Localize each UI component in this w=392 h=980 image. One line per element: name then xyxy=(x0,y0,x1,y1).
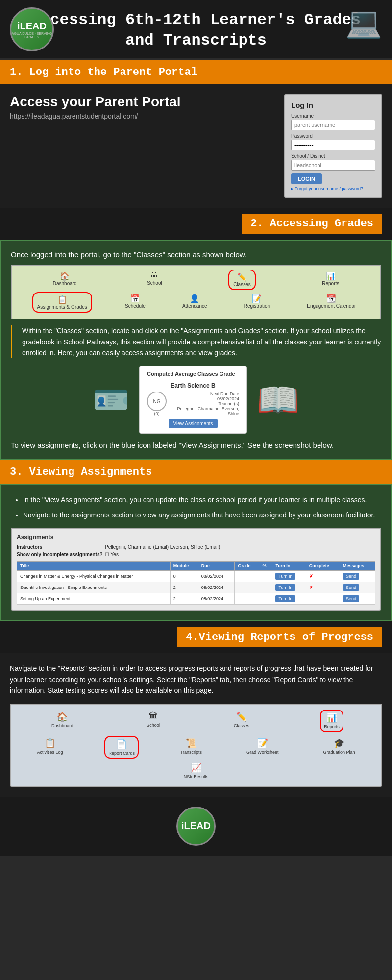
col-messages: Messages xyxy=(340,562,375,571)
row3-title: Setting Up an Experiment xyxy=(17,593,171,605)
due-date-label: Next Due Date xyxy=(167,392,239,396)
grade-card-title: Computed Average Classes Grade xyxy=(147,371,239,379)
transcripts-icon: 📜 xyxy=(180,738,202,749)
page-footer: iLEAD xyxy=(0,797,392,856)
grades-screenshot-area: 🪪 Computed Average Classes Grade Earth S… xyxy=(11,366,381,434)
row3-module: 2 xyxy=(170,593,198,605)
send-btn-1[interactable]: Send xyxy=(343,573,359,580)
reports-nav-transcripts[interactable]: 📜 Transcripts xyxy=(177,736,205,759)
section1-header-bar: 1. Log into the Parent Portal xyxy=(0,60,392,84)
activities-log-icon: 📋 xyxy=(37,738,63,749)
login-box: Log In Username Password School / Distri… xyxy=(284,94,382,198)
nav-reports[interactable]: 📊 Reports xyxy=(318,270,343,290)
password-input[interactable] xyxy=(291,140,375,150)
school-icon: 🏛 xyxy=(147,271,162,280)
complete-x-1: ✗ xyxy=(309,574,313,579)
row3-pct xyxy=(259,593,272,605)
login-button[interactable]: LOGIN xyxy=(291,173,322,184)
section4-title: 4.Viewing Reports of Progress xyxy=(177,627,382,647)
col-complete: Complete xyxy=(306,562,340,571)
col-module: Module xyxy=(170,562,198,571)
logo-sub: AGUA DULCE · SERVING GRADES xyxy=(11,32,52,39)
grade-circle: NG xyxy=(147,392,167,411)
row3-turnin[interactable]: Turn In xyxy=(272,593,306,605)
grade-sub: (0) xyxy=(147,411,167,416)
row2-module: 2 xyxy=(170,582,198,593)
reports-nav-activities[interactable]: 📋 Activities Log xyxy=(34,736,66,759)
reports-school-icon: 🏛 xyxy=(147,711,160,722)
engagement-calendar-icon: 📆 xyxy=(307,294,356,303)
table-header-row: Title Module Due Grade % Turn In Complet… xyxy=(17,562,375,571)
grad-worksheet-icon: 📝 xyxy=(246,738,278,749)
reports-reports-icon: 📊 xyxy=(324,712,340,723)
section3-title: 3. Viewing Assignments xyxy=(10,466,382,478)
complete-x-2: ✗ xyxy=(309,585,313,590)
incomplete-label: Show only incomplete assignments? xyxy=(17,552,105,557)
section2-header-bar: 2. Accessing Grades xyxy=(0,208,392,240)
turn-in-btn-3[interactable]: Turn In xyxy=(275,595,295,602)
row1-title: Changes in Matter & Energy - Physical Ch… xyxy=(17,571,171,582)
send-btn-3[interactable]: Send xyxy=(343,595,359,602)
assignments-table: Title Module Due Grade % Turn In Complet… xyxy=(17,561,375,605)
section1-heading: Access your Parent Portal xyxy=(10,94,274,110)
row3-messages[interactable]: Send xyxy=(340,593,375,605)
row2-turnin[interactable]: Turn In xyxy=(272,582,306,593)
reports-nav-nstr[interactable]: 📈 NStr Results xyxy=(181,760,212,781)
reports-screenshot: 🏠 Dashboard 🏛 School ✏️ Classes 📊 Report… xyxy=(10,704,382,787)
nav-engagement-calendar[interactable]: 📆 Engagement Calendar xyxy=(303,292,360,313)
logo: iLEAD AGUA DULCE · SERVING GRADES xyxy=(10,7,54,51)
col-due: Due xyxy=(198,562,235,571)
row1-due: 08/02/2024 xyxy=(198,571,235,582)
forgot-password-link[interactable]: ▸ Forgot your username / password? xyxy=(291,186,375,191)
nav-screenshot: 🏠 Dashboard 🏛 School ✏️ Classes 📊 Report… xyxy=(11,265,381,319)
instructors-row: Instructors Pellegrini, Charmaine (Email… xyxy=(17,544,375,550)
grade-value: NG xyxy=(153,399,161,404)
reports-nav-row1: 🏠 Dashboard 🏛 School ✏️ Classes 📊 Report… xyxy=(16,710,376,732)
login-title: Log In xyxy=(291,101,375,109)
row2-title: Scientific Investigation - Simple Experi… xyxy=(17,582,171,593)
nav-row-1: 🏠 Dashboard 🏛 School ✏️ Classes 📊 Report… xyxy=(18,270,374,290)
username-input[interactable] xyxy=(291,120,375,130)
nav-schedule[interactable]: 📅 Schedule xyxy=(121,292,149,313)
reports-nav-classes[interactable]: ✏️ Classes xyxy=(231,710,252,732)
school-input[interactable] xyxy=(291,160,375,171)
nav-attendance[interactable]: 👤 Attendance xyxy=(178,292,211,313)
turn-in-btn-1[interactable]: Turn In xyxy=(275,573,295,580)
turn-in-btn-2[interactable]: Turn In xyxy=(275,584,295,591)
section4-description: Navigate to the "Reports" section in ord… xyxy=(10,663,382,696)
row2-messages[interactable]: Send xyxy=(340,582,375,593)
table-row: Setting Up an Experiment 2 08/02/2024 Tu… xyxy=(17,593,375,605)
send-btn-2[interactable]: Send xyxy=(343,584,359,591)
row3-complete xyxy=(306,593,340,605)
reports-nav-dashboard[interactable]: 🏠 Dashboard xyxy=(49,710,76,732)
laptop-decoration: 💻 xyxy=(345,5,382,40)
row2-due: 08/02/2024 xyxy=(198,582,235,593)
section3-bullet-2: Navigate to the assignments section to v… xyxy=(23,510,381,520)
reports-nav-school[interactable]: 🏛 School xyxy=(144,710,163,732)
nav-school[interactable]: 🏛 School xyxy=(143,270,166,290)
row1-messages[interactable]: Send xyxy=(340,571,375,582)
nav-classes[interactable]: ✏️ Classes xyxy=(228,270,256,290)
section4-header-bar: 4.Viewing Reports of Progress xyxy=(0,621,392,653)
page-header: iLEAD AGUA DULCE · SERVING GRADES 💻 Acce… xyxy=(0,0,392,58)
nav-registration[interactable]: 📝 Registration xyxy=(240,292,274,313)
row2-complete: ✗ xyxy=(306,582,340,593)
table-row: Changes in Matter & Energy - Physical Ch… xyxy=(17,571,375,582)
nav-assignments-grades[interactable]: 📋 Assignments & Grades xyxy=(32,292,92,313)
nav-row-2: 📋 Assignments & Grades 📅 Schedule 👤 Atte… xyxy=(18,292,374,313)
id-card-decoration: 🪪 xyxy=(93,382,129,417)
reports-nav-report-cards[interactable]: 📄 Report Cards xyxy=(104,736,139,759)
school-label: School / District xyxy=(291,153,375,159)
reports-nav-reports[interactable]: 📊 Reports xyxy=(320,710,343,732)
reports-nav-grad-worksheet[interactable]: 📝 Grad Worksheet xyxy=(244,736,281,759)
row1-turnin[interactable]: Turn In xyxy=(272,571,306,582)
view-assignments-button[interactable]: View Assignments xyxy=(169,419,218,428)
grade-details: Next Due Date 08/02/2024 Teacher(s) Pell… xyxy=(167,392,239,416)
reports-nav-graduation-plan[interactable]: 🎓 Graduation Plan xyxy=(320,736,358,759)
graduation-plan-icon: 🎓 xyxy=(323,738,355,749)
row1-module: 8 xyxy=(170,571,198,582)
grade-class-name: Earth Science B xyxy=(147,382,239,389)
page-title: Accessing 6th-12th Learner's Grades and … xyxy=(29,10,363,50)
section3-bullet-1: In the "View Assignments" section, you c… xyxy=(23,495,381,505)
nav-dashboard[interactable]: 🏠 Dashboard xyxy=(49,270,81,290)
